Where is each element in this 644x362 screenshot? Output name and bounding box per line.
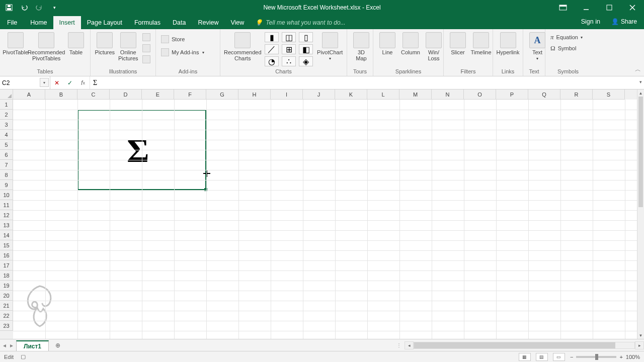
zoom-slider[interactable]: [576, 356, 616, 358]
row-header[interactable]: 10: [0, 190, 13, 200]
collapse-ribbon-icon[interactable]: ︿: [635, 65, 641, 74]
qat-customize-icon[interactable]: ▾: [50, 4, 58, 12]
hyperlink-button[interactable]: Hyperlink: [496, 31, 520, 56]
chart-line-button[interactable]: ／: [265, 44, 279, 54]
share-button[interactable]: 👤 Share: [607, 17, 641, 27]
column-header[interactable]: J: [303, 89, 335, 100]
row-header[interactable]: 14: [0, 230, 13, 240]
view-normal-button[interactable]: ▦: [519, 353, 531, 361]
my-addins-button[interactable]: My Add-ins▾: [159, 47, 206, 57]
insert-function-button[interactable]: fx: [76, 79, 90, 86]
zoom-slider-knob[interactable]: [595, 354, 598, 360]
row-header[interactable]: 5: [0, 140, 13, 150]
row-header[interactable]: 13: [0, 220, 13, 230]
undo-icon[interactable]: [20, 4, 28, 12]
close-icon[interactable]: [621, 0, 644, 15]
chart-hierarchy-button[interactable]: ◫: [282, 32, 296, 42]
scroll-up-icon[interactable]: ▲: [637, 89, 644, 97]
formula-bar[interactable]: Σ ▾: [90, 76, 644, 89]
redo-icon[interactable]: [35, 4, 43, 12]
tab-data[interactable]: Data: [167, 16, 192, 29]
scroll-down-icon[interactable]: ▼: [637, 332, 644, 339]
tab-insert[interactable]: Insert: [53, 16, 81, 29]
cancel-button[interactable]: ✕: [50, 79, 63, 86]
row-header[interactable]: 9: [0, 180, 13, 190]
hscroll-left-icon[interactable]: ◂: [405, 341, 414, 349]
column-header[interactable]: Q: [528, 89, 560, 100]
pivotchart-button[interactable]: PivotChart▾: [316, 31, 344, 62]
minimize-icon[interactable]: [575, 0, 598, 15]
column-header[interactable]: H: [238, 89, 271, 100]
tab-view[interactable]: View: [224, 16, 250, 29]
select-all-button[interactable]: [0, 89, 13, 100]
name-box-dropdown-icon[interactable]: ▾: [40, 78, 49, 87]
row-header[interactable]: 21: [0, 301, 13, 311]
column-header[interactable]: B: [45, 89, 77, 100]
chart-pie-button[interactable]: ◔: [265, 56, 279, 66]
smartart-button[interactable]: [140, 43, 152, 53]
row-header[interactable]: 17: [0, 260, 13, 270]
name-box[interactable]: C2 ▾: [0, 76, 50, 89]
row-header[interactable]: 15: [0, 240, 13, 250]
row-header[interactable]: 19: [0, 281, 13, 291]
symbol-button[interactable]: ΩSymbol: [548, 43, 578, 53]
row-header[interactable]: 11: [0, 200, 13, 210]
column-header[interactable]: K: [335, 89, 367, 100]
maximize-icon[interactable]: [598, 0, 621, 15]
row-header[interactable]: 6: [0, 150, 13, 160]
row-header[interactable]: 22: [0, 311, 13, 321]
equation-button[interactable]: πEquation▾: [548, 32, 585, 42]
view-page-break-button[interactable]: ▭: [553, 353, 565, 361]
new-sheet-button[interactable]: ⊕: [52, 339, 64, 351]
column-header[interactable]: G: [206, 89, 238, 100]
chart-waterfall-button[interactable]: ▯: [299, 32, 313, 42]
tab-file[interactable]: File: [0, 16, 24, 29]
column-header[interactable]: A: [13, 89, 45, 100]
row-header[interactable]: 18: [0, 270, 13, 281]
pivottable-button[interactable]: PivotTable: [3, 31, 28, 56]
zoom-out-button[interactable]: −: [570, 354, 573, 360]
column-header[interactable]: C: [77, 89, 110, 100]
recommended-charts-button[interactable]: Recommended Charts: [223, 31, 262, 62]
tab-review[interactable]: Review: [192, 16, 224, 29]
sparkline-winloss-button[interactable]: Win/ Loss: [423, 31, 445, 62]
column-header[interactable]: F: [174, 89, 206, 100]
row-header[interactable]: 2: [0, 110, 13, 120]
sheet-tab-active[interactable]: Лист1: [16, 340, 49, 351]
sparkline-line-button[interactable]: Line: [376, 31, 398, 56]
chart-surface-button[interactable]: ◈: [299, 56, 313, 66]
column-header[interactable]: O: [464, 89, 496, 100]
zoom-level[interactable]: 100%: [626, 354, 640, 360]
ribbon-display-icon[interactable]: [551, 0, 575, 15]
hscroll-thumb[interactable]: [414, 342, 615, 348]
expand-formula-bar-icon[interactable]: ▾: [639, 79, 642, 84]
tab-home[interactable]: Home: [24, 16, 53, 29]
tab-split-handle[interactable]: ⋮: [396, 342, 401, 348]
tab-formulas[interactable]: Formulas: [128, 16, 167, 29]
save-icon[interactable]: [5, 4, 13, 12]
slicer-button[interactable]: Slicer: [447, 31, 469, 56]
view-page-layout-button[interactable]: ▤: [536, 353, 548, 361]
pictures-button[interactable]: Pictures: [94, 31, 116, 56]
vscroll-thumb[interactable]: [638, 97, 643, 207]
enter-button[interactable]: ✓: [63, 79, 76, 86]
sparkline-column-button[interactable]: Column: [399, 31, 422, 56]
sheet-nav-prev-icon[interactable]: ▸: [10, 342, 13, 349]
shapes-button[interactable]: [140, 32, 152, 42]
column-header[interactable]: L: [367, 89, 399, 100]
row-header[interactable]: 23: [0, 321, 13, 331]
zoom-in-button[interactable]: +: [619, 354, 622, 360]
vertical-scrollbar[interactable]: ▲ ▼: [637, 89, 644, 339]
column-header[interactable]: E: [142, 89, 174, 100]
column-header[interactable]: P: [496, 89, 528, 100]
3d-map-button[interactable]: 3D Map: [350, 31, 372, 62]
store-button[interactable]: Store: [159, 34, 187, 44]
row-header[interactable]: 20: [0, 291, 13, 301]
column-header[interactable]: I: [271, 89, 303, 100]
row-header[interactable]: 12: [0, 210, 13, 220]
sign-in-link[interactable]: Sign in: [576, 16, 605, 27]
row-header[interactable]: 8: [0, 170, 13, 180]
column-header[interactable]: N: [432, 89, 464, 100]
row-header[interactable]: 3: [0, 120, 13, 130]
tell-me-search[interactable]: 💡 Tell me what you want to do...: [255, 19, 345, 29]
